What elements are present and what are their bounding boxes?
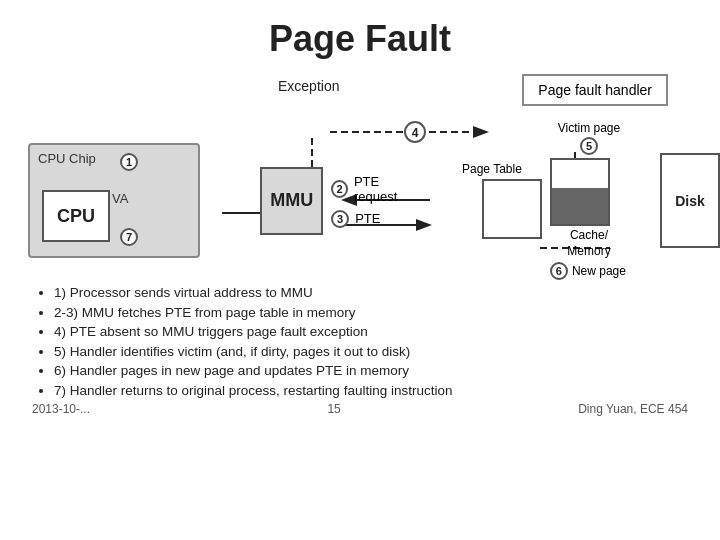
bullet-item: 5) Handler identifies victim (and, if di… [54, 342, 688, 362]
bullet-list: 1) Processor sends virtual address to MM… [32, 283, 688, 400]
circle6-label: 6 [556, 265, 562, 277]
circle6: 6 [550, 262, 568, 280]
circle3-label: 3 [337, 213, 343, 225]
cpu-chip-box: CPU Chip 1 VA 7 CPU [28, 143, 200, 258]
new-page-row: 6 New page [550, 262, 628, 280]
cpu-box: CPU [42, 190, 110, 242]
pte-request-row: 2 PTE request [331, 174, 420, 204]
cpu-chip-label: CPU Chip [38, 151, 96, 166]
cpu-label: CPU [57, 206, 95, 227]
pte-row: 3 PTE [331, 210, 380, 228]
diagram-area: 4 Exception Page fault handler CP [0, 70, 720, 273]
bullet-item: 4) PTE absent so MMU triggers page fault… [54, 322, 688, 342]
page-table-col: Page Table [442, 162, 542, 239]
pte-area: 2 PTE request 3 PTE [331, 174, 420, 228]
exception-label: Exception [278, 78, 339, 94]
cache-memory-box [550, 158, 610, 226]
victim-page-col: Victim page 5 Cache/ Memory 6 New page [550, 121, 628, 279]
footer: 2013-10-... 15 Ding Yuan, ECE 454 [0, 400, 720, 416]
mmu-label: MMU [270, 190, 313, 211]
circle1: 1 [120, 153, 138, 171]
new-page-label: New page [572, 264, 626, 278]
disk-col: Disk [646, 153, 720, 248]
bullet-item: 2-3) MMU fetches PTE from page table in … [54, 303, 688, 323]
disk-label: Disk [675, 193, 705, 209]
footer-right: Ding Yuan, ECE 454 [578, 402, 688, 416]
page-fault-handler-box: Page fault handler [522, 74, 668, 106]
circle5-label: 5 [586, 140, 592, 152]
circle2-label: 2 [336, 183, 342, 195]
page-table-box [482, 179, 542, 239]
footer-left: 2013-10-... [32, 402, 90, 416]
middle-row: CPU Chip 1 VA 7 CPU MMU 2 [0, 128, 720, 273]
victim-page-label: Victim page [558, 121, 620, 135]
disk-box: Disk [660, 153, 720, 248]
circle3: 3 [331, 210, 349, 228]
page-fault-handler-label: Page fault handler [538, 82, 652, 98]
victim-block [552, 188, 608, 224]
page-title: Page Fault [0, 0, 720, 70]
circle7: 7 [120, 228, 138, 246]
bullet-item: 6) Handler pages in new page and updates… [54, 361, 688, 381]
bullet-item: 7) Handler returns to original process, … [54, 381, 688, 401]
mmu-box: MMU [260, 167, 323, 235]
page-table-label: Page Table [462, 162, 522, 176]
cache-memory-text: Cache/ Memory [550, 228, 628, 259]
pte-request-label: PTE request [354, 174, 420, 204]
va-label: VA [112, 191, 128, 206]
bullets-section: 1) Processor sends virtual address to MM… [32, 283, 688, 400]
cache-memory-area: Cache/ Memory 6 New page [550, 158, 628, 279]
circle1-label: 1 [126, 156, 132, 168]
exception-row: Exception Page fault handler [0, 70, 720, 110]
footer-center: 15 [327, 402, 340, 416]
circle2: 2 [331, 180, 348, 198]
circle5: 5 [580, 137, 598, 155]
pte-label: PTE [355, 211, 380, 226]
bullet-item: 1) Processor sends virtual address to MM… [54, 283, 688, 303]
circle7-label: 7 [126, 231, 132, 243]
